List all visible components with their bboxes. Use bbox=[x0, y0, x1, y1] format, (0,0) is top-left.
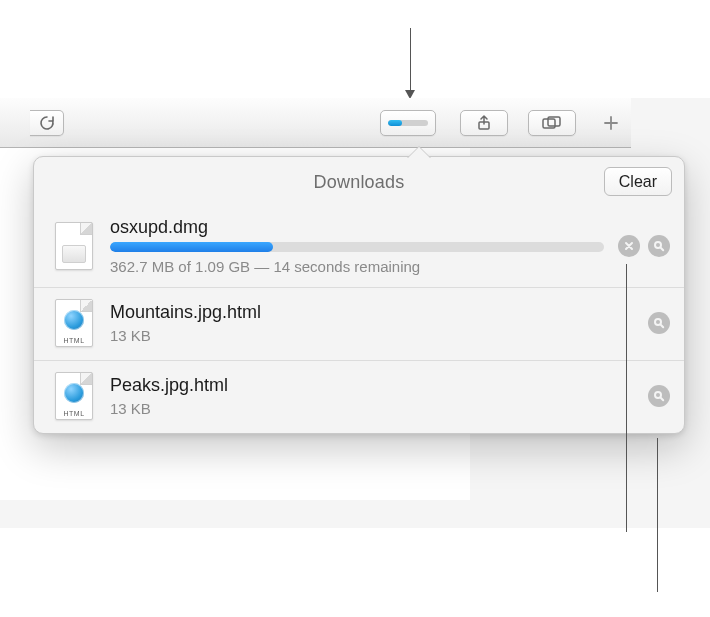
reload-icon bbox=[39, 115, 55, 131]
download-filename: Peaks.jpg.html bbox=[110, 375, 634, 396]
download-row-body: osxupd.dmg 362.7 MB of 1.09 GB — 14 seco… bbox=[110, 217, 604, 275]
callout-line-cancel-button bbox=[626, 264, 627, 532]
downloads-button[interactable] bbox=[380, 110, 436, 136]
downloads-popover: Downloads Clear osxupd.dmg 362.7 MB of 1… bbox=[33, 156, 685, 434]
reveal-in-finder-button[interactable] bbox=[648, 312, 670, 334]
tab-overview-button[interactable] bbox=[528, 110, 576, 136]
download-row-body: Peaks.jpg.html 13 KB bbox=[110, 375, 634, 417]
download-row-body: Mountains.jpg.html 13 KB bbox=[110, 302, 634, 344]
callout-line-reveal-button bbox=[657, 438, 658, 592]
browser-toolbar bbox=[0, 98, 631, 148]
reload-button[interactable] bbox=[30, 110, 64, 136]
download-filename: Mountains.jpg.html bbox=[110, 302, 634, 323]
share-icon bbox=[476, 115, 492, 131]
tabs-icon bbox=[542, 116, 562, 130]
downloads-popover-header: Downloads Clear bbox=[34, 157, 684, 207]
reveal-in-finder-button[interactable] bbox=[648, 235, 670, 257]
plus-icon bbox=[603, 115, 619, 131]
download-row-actions bbox=[648, 312, 670, 334]
download-status-text: 362.7 MB of 1.09 GB — 14 seconds remaini… bbox=[110, 258, 604, 275]
download-row: osxupd.dmg 362.7 MB of 1.09 GB — 14 seco… bbox=[34, 207, 684, 287]
share-button[interactable] bbox=[460, 110, 508, 136]
download-row: HTML Peaks.jpg.html 13 KB bbox=[34, 360, 684, 433]
magnifier-icon bbox=[653, 390, 665, 402]
file-icon-html: HTML bbox=[52, 298, 96, 348]
downloads-mini-progress bbox=[388, 120, 428, 126]
download-status-text: 13 KB bbox=[110, 400, 634, 417]
svg-point-3 bbox=[655, 242, 661, 248]
download-status-text: 13 KB bbox=[110, 327, 634, 344]
callout-line-downloads-button bbox=[410, 28, 411, 92]
download-row-actions bbox=[618, 235, 670, 257]
download-row-actions bbox=[648, 385, 670, 407]
magnifier-icon bbox=[653, 240, 665, 252]
new-tab-button[interactable] bbox=[592, 110, 630, 136]
download-filename: osxupd.dmg bbox=[110, 217, 604, 238]
file-icon-dmg bbox=[52, 221, 96, 271]
downloads-popover-title: Downloads bbox=[314, 172, 405, 193]
download-progress-fill bbox=[110, 242, 273, 252]
downloads-list: osxupd.dmg 362.7 MB of 1.09 GB — 14 seco… bbox=[34, 207, 684, 433]
cancel-download-button[interactable] bbox=[618, 235, 640, 257]
close-icon bbox=[624, 241, 634, 251]
downloads-mini-progress-fill bbox=[388, 120, 402, 126]
file-icon-html: HTML bbox=[52, 371, 96, 421]
svg-point-4 bbox=[655, 319, 661, 325]
download-progress-track bbox=[110, 242, 604, 252]
clear-button[interactable]: Clear bbox=[604, 167, 672, 196]
reveal-in-finder-button[interactable] bbox=[648, 385, 670, 407]
svg-point-5 bbox=[655, 392, 661, 398]
magnifier-icon bbox=[653, 317, 665, 329]
download-row: HTML Mountains.jpg.html 13 KB bbox=[34, 287, 684, 360]
